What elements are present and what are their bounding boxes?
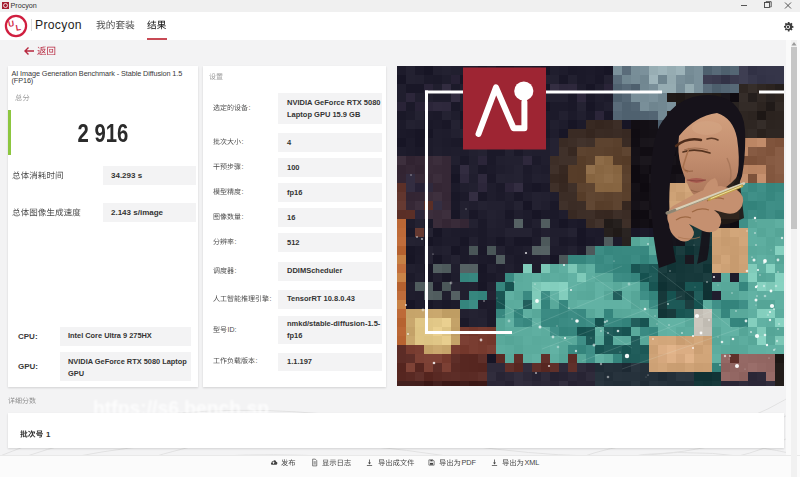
svg-text:U: U <box>7 19 14 29</box>
svg-text:L: L <box>15 23 22 33</box>
